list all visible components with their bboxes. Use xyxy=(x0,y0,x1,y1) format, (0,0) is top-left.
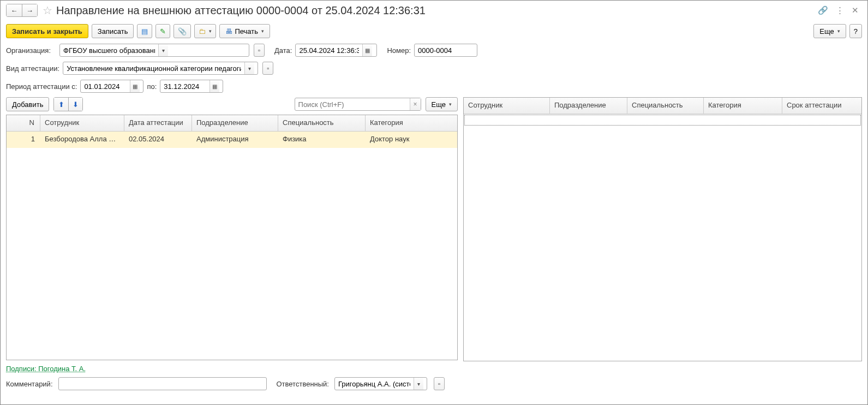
forward-button[interactable]: → xyxy=(22,4,37,16)
document-mode-button[interactable]: ▤ xyxy=(137,24,152,38)
comment-label: Комментарий: xyxy=(6,380,53,388)
split-area: Добавить ⬆ ⬇ × Еще▾ N Сотрудник Дата атт… xyxy=(1,97,867,361)
chevron-down-icon: ▾ xyxy=(261,28,264,34)
print-label: Печать xyxy=(235,27,258,35)
save-and-close-button[interactable]: Записать и закрыть xyxy=(6,24,88,38)
responsible-field[interactable]: ▾ xyxy=(334,377,427,390)
main-toolbar: Записать и закрыть Записать ▤ ✎ 📎 🗀▾ 🖶Пе… xyxy=(1,20,867,42)
save-button[interactable]: Записать xyxy=(92,24,134,38)
period-from-input[interactable] xyxy=(81,80,130,92)
organization-label: Организация: xyxy=(6,46,56,55)
col-employee[interactable]: Сотрудник xyxy=(464,98,550,114)
chevron-down-icon: ▾ xyxy=(209,28,212,34)
comment-field[interactable] xyxy=(58,377,267,390)
cell-n: 1 xyxy=(7,132,40,148)
favorite-star-icon[interactable]: ☆ xyxy=(42,5,53,16)
dropdown-button[interactable]: ▾ xyxy=(244,62,254,74)
number-field[interactable] xyxy=(414,44,477,57)
comment-input[interactable] xyxy=(59,378,264,390)
cell-category: Доктор наук xyxy=(366,132,457,148)
right-table[interactable]: Сотрудник Подразделение Специальность Ка… xyxy=(463,97,862,361)
col-n[interactable]: N xyxy=(7,115,40,131)
left-toolbar: Добавить ⬆ ⬇ × Еще▾ xyxy=(6,97,458,111)
calendar-icon[interactable]: ▦ xyxy=(130,80,140,92)
table-row[interactable]: 1 Безбородова Алла Се... 02.05.2024 Адми… xyxy=(7,132,457,148)
clear-search-button[interactable]: × xyxy=(410,98,421,110)
date-input[interactable] xyxy=(296,44,362,56)
number-label: Номер: xyxy=(387,46,411,55)
period-to-label: по: xyxy=(147,82,157,91)
attach-button[interactable]: 📎 xyxy=(173,24,191,38)
form-area: Организация: ▾ ▫ Дата: ▦ Номер: Вид атте… xyxy=(1,42,867,93)
open-reference-button[interactable]: ▫ xyxy=(434,377,445,390)
print-button[interactable]: 🖶Печать▾ xyxy=(219,24,270,38)
paperclip-icon: 📎 xyxy=(178,27,187,35)
move-down-button[interactable]: ⬇ xyxy=(68,98,82,111)
col-category[interactable]: Категория xyxy=(704,98,782,114)
dropdown-button[interactable]: ▾ xyxy=(158,44,168,56)
search-input[interactable] xyxy=(295,98,410,110)
help-button[interactable]: ? xyxy=(849,24,862,38)
left-more-button[interactable]: Еще▾ xyxy=(426,97,458,111)
organization-field[interactable]: ▾ xyxy=(59,44,249,57)
attestation-type-label: Вид аттестации: xyxy=(6,64,59,73)
cell-speciality: Физика xyxy=(278,132,366,148)
attestation-type-field[interactable]: ▾ xyxy=(63,62,258,75)
col-attestation-date[interactable]: Дата аттестации xyxy=(124,115,192,131)
left-table-header: N Сотрудник Дата аттестации Подразделени… xyxy=(7,115,457,132)
move-buttons: ⬆ ⬇ xyxy=(53,97,83,111)
date-field[interactable]: ▦ xyxy=(295,44,377,57)
period-from-label: Период аттестации с: xyxy=(6,82,77,91)
title-bar: ← → ☆ Направление на внешнюю аттестацию … xyxy=(1,1,867,20)
add-button[interactable]: Добавить xyxy=(6,97,49,111)
empty-selection-row[interactable] xyxy=(464,115,861,126)
open-reference-button[interactable]: ▫ xyxy=(262,62,273,75)
organization-input[interactable] xyxy=(60,44,158,56)
period-to-field[interactable]: ▦ xyxy=(160,80,223,93)
right-table-header: Сотрудник Подразделение Специальность Ка… xyxy=(464,98,861,114)
move-up-button[interactable]: ⬆ xyxy=(54,98,68,111)
col-term[interactable]: Срок аттестации xyxy=(782,98,861,114)
more-label: Еще xyxy=(432,100,446,109)
document-icon: ▤ xyxy=(141,27,148,35)
more-label: Еще xyxy=(819,27,834,35)
link-icon[interactable]: 🔗 xyxy=(818,5,828,15)
period-from-field[interactable]: ▦ xyxy=(80,80,143,93)
number-input[interactable] xyxy=(415,44,475,56)
attestation-type-input[interactable] xyxy=(63,62,244,74)
search-box[interactable]: × xyxy=(295,98,421,111)
open-reference-button[interactable]: ▫ xyxy=(254,44,265,57)
signatures-link[interactable]: Подписи: Погодина Т. А. xyxy=(6,365,86,373)
close-icon[interactable]: ✕ xyxy=(852,5,859,15)
folder-icon: 🗀 xyxy=(199,27,206,35)
back-button[interactable]: ← xyxy=(7,4,22,16)
calendar-icon[interactable]: ▦ xyxy=(209,80,219,92)
page-title: Направление на внешнюю аттестацию 0000-0… xyxy=(56,4,818,17)
chevron-down-icon: ▾ xyxy=(449,102,452,107)
date-label: Дата: xyxy=(274,46,292,55)
col-speciality[interactable]: Специальность xyxy=(627,98,704,114)
left-table[interactable]: N Сотрудник Дата аттестации Подразделени… xyxy=(6,115,458,360)
responsible-label: Ответственный: xyxy=(277,380,329,388)
nav-group: ← → xyxy=(6,4,38,17)
highlight-button[interactable]: ✎ xyxy=(155,24,170,38)
header-actions: 🔗 ⋮ ✕ xyxy=(818,5,862,15)
footer: Подписи: Погодина Т. А. Комментарий: Отв… xyxy=(1,361,867,394)
kebab-menu-icon[interactable]: ⋮ xyxy=(836,5,844,15)
col-department[interactable]: Подразделение xyxy=(550,98,627,114)
fill-button[interactable]: 🗀▾ xyxy=(194,24,216,38)
col-department[interactable]: Подразделение xyxy=(192,115,278,131)
responsible-input[interactable] xyxy=(335,378,414,390)
more-button[interactable]: Еще▾ xyxy=(813,24,846,38)
left-pane: Добавить ⬆ ⬇ × Еще▾ N Сотрудник Дата атт… xyxy=(6,97,458,361)
col-employee[interactable]: Сотрудник xyxy=(40,115,124,131)
period-to-input[interactable] xyxy=(160,80,209,92)
cell-date: 02.05.2024 xyxy=(124,132,192,148)
marker-icon: ✎ xyxy=(160,27,166,35)
col-speciality[interactable]: Специальность xyxy=(278,115,366,131)
calendar-icon[interactable]: ▦ xyxy=(362,44,372,56)
arrow-left-icon: ← xyxy=(11,7,18,15)
cell-employee: Безбородова Алла Се... xyxy=(40,132,124,148)
col-category[interactable]: Категория xyxy=(366,115,457,131)
dropdown-button[interactable]: ▾ xyxy=(414,378,423,390)
